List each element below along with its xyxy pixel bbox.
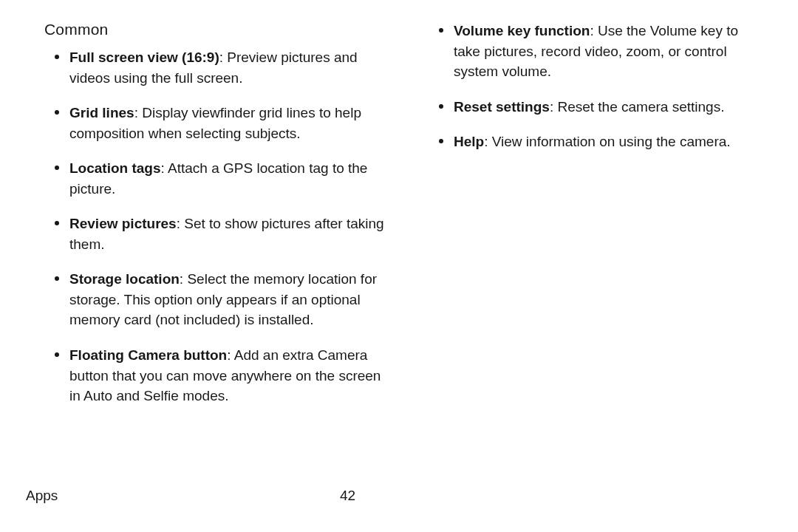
item-term: Help [454,134,484,149]
left-bullet-list: Full screen view (16:9): Preview picture… [44,47,384,406]
item-term: Review pictures [69,216,177,231]
item-term: Volume key function [454,23,590,38]
item-term: Location tags [69,160,161,176]
list-item: Full screen view (16:9): Preview picture… [44,47,384,88]
right-bullet-list: Volume key function: Use the Volume key … [429,21,768,152]
list-item: Volume key function: Use the Volume key … [429,21,768,82]
item-term: Floating Camera button [69,347,227,363]
left-column: Common Full screen view (16:9): Preview … [44,21,384,421]
list-item: Reset settings: Reset the camera setting… [429,97,768,117]
page-number: 42 [340,488,355,504]
section-heading-common: Common [44,21,384,38]
content-columns: Common Full screen view (16:9): Preview … [44,21,768,421]
list-item: Help: View information on using the came… [429,132,768,152]
right-column: Volume key function: Use the Volume key … [429,21,768,421]
item-desc: : View information on using the camera. [484,134,730,149]
item-term: Full screen view (16:9) [69,50,219,65]
item-term: Grid lines [69,105,134,120]
list-item: Grid lines: Display viewfinder grid line… [44,103,384,143]
footer-section-label: Apps [26,488,58,504]
document-page: Common Full screen view (16:9): Preview … [0,0,798,532]
list-item: Floating Camera button: Add an extra Cam… [44,345,384,406]
item-term: Reset settings [454,99,550,115]
item-term: Storage location [69,271,180,287]
item-desc: : Reset the camera settings. [550,99,725,115]
list-item: Review pictures: Set to show pictures af… [44,214,384,254]
list-item: Storage location: Select the memory loca… [44,269,384,330]
list-item: Location tags: Attach a GPS location tag… [44,158,384,199]
